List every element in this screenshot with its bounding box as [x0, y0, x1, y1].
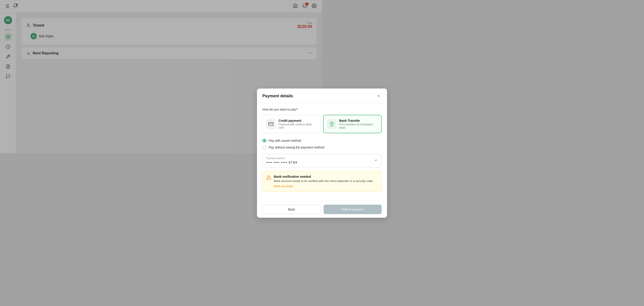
svg-rect-13	[269, 122, 273, 126]
modal-header: Payment details ×	[257, 89, 322, 103]
payment-modal: Payment details × How do you want to pay…	[257, 89, 322, 153]
radio-nosave-outer	[262, 145, 266, 149]
radio-nosave-label: Pay without saving the payment method	[269, 145, 322, 149]
radio-saved-inner	[263, 139, 266, 142]
credit-card-title: Credit payment	[278, 119, 316, 122]
modal-body: How do you want to pay? Credit payment	[257, 103, 322, 153]
modal-overlay: Payment details × How do you want to pay…	[0, 0, 322, 153]
radio-saved-outer	[262, 139, 266, 143]
credit-card-info: Credit payment Payment with credit or de…	[278, 119, 316, 129]
modal-title: Payment details	[262, 94, 293, 98]
payment-question: How do you want to pay?	[262, 108, 322, 111]
radio-saved-label: Pay with saved method	[269, 139, 301, 142]
save-options: Pay with saved method Pay without saving…	[262, 139, 322, 149]
credit-card-desc: Payment with credit or debit card	[278, 123, 316, 129]
radio-no-save[interactable]: Pay without saving the payment method	[262, 145, 322, 149]
radio-saved-method[interactable]: Pay with saved method	[262, 139, 322, 143]
payment-methods: Credit payment Payment with credit or de…	[262, 115, 322, 133]
payment-method-credit[interactable]: Credit payment Payment with credit or de…	[262, 115, 320, 133]
credit-card-icon	[266, 119, 276, 129]
